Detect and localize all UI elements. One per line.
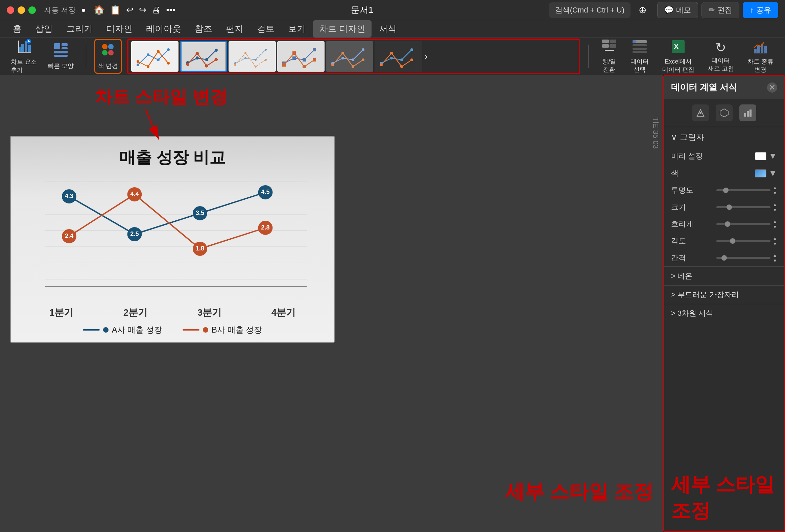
home-icon[interactable]: 🏠 bbox=[94, 5, 104, 15]
menu-layout[interactable]: 레이아웃 bbox=[140, 20, 187, 38]
transparency-stepper[interactable]: ▲ ▼ bbox=[772, 185, 777, 195]
transparency-slider[interactable] bbox=[716, 189, 770, 191]
gap-stepper[interactable]: ▲ ▼ bbox=[772, 253, 777, 263]
chart-style-5[interactable] bbox=[326, 41, 373, 72]
shadow-section-header[interactable]: ∨ 그림자 bbox=[664, 127, 784, 147]
chart-container[interactable]: 매출 성장 비교 bbox=[10, 136, 335, 343]
fullscreen-button[interactable] bbox=[28, 6, 36, 14]
preset-swatch[interactable] bbox=[755, 152, 766, 160]
blur-stepper[interactable]: ▲ ▼ bbox=[772, 219, 777, 229]
svg-point-25 bbox=[157, 50, 160, 53]
data-select-icon bbox=[632, 39, 647, 56]
size-slider[interactable] bbox=[716, 206, 770, 208]
size-label: 크기 bbox=[671, 202, 686, 212]
close-button[interactable] bbox=[7, 6, 14, 14]
redo-icon[interactable]: ↪ bbox=[139, 5, 146, 15]
svg-rect-53 bbox=[313, 58, 316, 62]
memo-button[interactable]: 💬 메모 bbox=[657, 2, 698, 18]
color-dropdown-icon[interactable]: ▼ bbox=[768, 168, 777, 178]
menu-chart-design[interactable]: 차트 디자인 bbox=[313, 20, 372, 38]
excel-edit-button[interactable]: X Excel에서데이터 편집 bbox=[658, 37, 699, 76]
blur-slider[interactable] bbox=[716, 223, 770, 225]
menu-insert[interactable]: 삽입 bbox=[29, 20, 59, 38]
svg-rect-117 bbox=[750, 110, 752, 117]
panel-tab-1[interactable] bbox=[692, 104, 709, 121]
connect-icon[interactable]: ⊕ bbox=[639, 4, 646, 16]
svg-rect-54 bbox=[326, 41, 373, 72]
chart-style-4[interactable] bbox=[277, 41, 325, 72]
color-change-button[interactable]: 색 변경 bbox=[94, 39, 122, 74]
menu-references[interactable]: 참조 bbox=[189, 20, 218, 38]
document-icon[interactable]: 📋 bbox=[110, 5, 121, 15]
search-button[interactable]: 검색(Cmd + Ctrl + U) bbox=[549, 2, 631, 18]
quick-layout-button[interactable]: 빠른 모양 bbox=[44, 41, 78, 72]
edit-button[interactable]: ✏ 편집 bbox=[701, 2, 739, 18]
gap-down[interactable]: ▼ bbox=[772, 258, 777, 263]
soft-edge-label: 부드러운 가장자리 bbox=[677, 290, 739, 299]
menu-view[interactable]: 보기 bbox=[282, 20, 312, 38]
angle-slider[interactable] bbox=[716, 240, 770, 242]
x-label-q1: 1분기 bbox=[49, 306, 74, 319]
menu-design[interactable]: 디자인 bbox=[100, 20, 139, 38]
svg-point-67 bbox=[410, 48, 413, 51]
svg-point-66 bbox=[400, 58, 403, 61]
row-col-switch-button[interactable]: 행/열전환 bbox=[597, 37, 622, 76]
gap-up[interactable]: ▲ bbox=[772, 253, 777, 258]
menu-review[interactable]: 검토 bbox=[251, 20, 281, 38]
title-bar-center: 문서1 bbox=[181, 4, 544, 16]
chart-style-2[interactable] bbox=[180, 41, 227, 72]
angle-down[interactable]: ▼ bbox=[772, 241, 777, 246]
neon-section-header[interactable]: > 네온 bbox=[664, 267, 784, 285]
chart-style-1[interactable] bbox=[131, 41, 179, 72]
svg-rect-75 bbox=[610, 44, 616, 48]
size-up[interactable]: ▲ bbox=[772, 202, 777, 207]
blur-up[interactable]: ▲ bbox=[772, 219, 777, 224]
svg-point-40 bbox=[265, 49, 267, 51]
soft-edge-section-header[interactable]: > 부드러운 가장자리 bbox=[664, 285, 784, 304]
menu-draw[interactable]: 그리기 bbox=[60, 20, 99, 38]
undo-icon[interactable]: ↩ bbox=[126, 5, 134, 15]
preset-dropdown-icon[interactable]: ▼ bbox=[768, 151, 777, 161]
transparency-down[interactable]: ▼ bbox=[772, 191, 777, 195]
chart-style-3[interactable] bbox=[229, 41, 276, 72]
menu-mail[interactable]: 편지 bbox=[220, 20, 249, 38]
chart-style-6[interactable] bbox=[375, 41, 422, 72]
size-down[interactable]: ▼ bbox=[772, 208, 777, 212]
share-label: 공유 bbox=[756, 5, 771, 15]
refresh-icon: ↻ bbox=[715, 40, 726, 55]
legend-a-label: A사 매출 성장 bbox=[112, 324, 162, 335]
chart-styles-next-icon[interactable]: › bbox=[423, 51, 429, 62]
angle-stepper[interactable]: ▲ ▼ bbox=[772, 236, 777, 246]
menu-format[interactable]: 서식 bbox=[373, 20, 403, 38]
svg-text:4.5: 4.5 bbox=[261, 189, 269, 195]
more-icon[interactable]: ••• bbox=[166, 5, 175, 15]
size-stepper[interactable]: ▲ ▼ bbox=[772, 202, 777, 212]
minimize-button[interactable] bbox=[18, 6, 25, 14]
panel-tabs bbox=[664, 99, 784, 127]
auto-save-toggle[interactable]: ● bbox=[81, 6, 86, 15]
color-control[interactable]: ▼ bbox=[755, 168, 777, 178]
share-button[interactable]: ↑ 공유 bbox=[743, 2, 778, 18]
panel-close-button[interactable]: ✕ bbox=[767, 82, 777, 93]
print-icon[interactable]: 🖨 bbox=[152, 5, 161, 15]
panel-tab-3[interactable] bbox=[739, 104, 756, 121]
preset-control[interactable]: ▼ bbox=[755, 151, 777, 161]
neon-label: 네온 bbox=[677, 272, 692, 280]
transparency-up[interactable]: ▲ bbox=[772, 185, 777, 190]
gap-slider[interactable] bbox=[716, 257, 770, 259]
legend-a: A사 매출 성장 bbox=[83, 324, 162, 335]
chart-type-change-button[interactable]: 차트 종류변경 bbox=[743, 37, 778, 76]
panel-tab-2[interactable] bbox=[716, 104, 733, 121]
svg-point-14 bbox=[102, 44, 108, 49]
add-chart-element-button[interactable]: 차트 요소추가 bbox=[7, 37, 41, 76]
chart-legend: A사 매출 성장 B사 매출 성장 bbox=[24, 324, 320, 335]
blur-down[interactable]: ▼ bbox=[772, 224, 777, 229]
data-select-button[interactable]: 데이터선택 bbox=[626, 37, 653, 76]
svg-rect-11 bbox=[62, 47, 68, 49]
three-d-section-header[interactable]: > 3차원 서식 bbox=[664, 304, 784, 322]
menu-home[interactable]: 홈 bbox=[7, 20, 28, 38]
data-refresh-button[interactable]: ↻ 데이터새로 고침 bbox=[703, 38, 739, 75]
color-swatch[interactable] bbox=[755, 169, 766, 177]
memo-label: 메모 bbox=[676, 5, 691, 15]
angle-up[interactable]: ▲ bbox=[772, 236, 777, 241]
